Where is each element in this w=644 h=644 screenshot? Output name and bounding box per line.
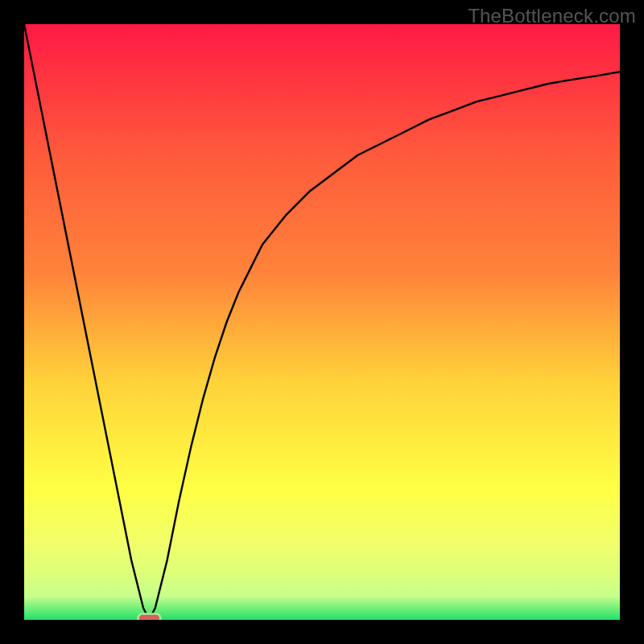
watermark-text: TheBottleneck.com — [468, 5, 636, 27]
plot-area — [24, 24, 620, 620]
minimum-marker — [138, 614, 160, 621]
chart-frame: TheBottleneck.com — [0, 0, 644, 644]
chart-svg — [24, 24, 620, 620]
gradient-background — [24, 24, 620, 620]
